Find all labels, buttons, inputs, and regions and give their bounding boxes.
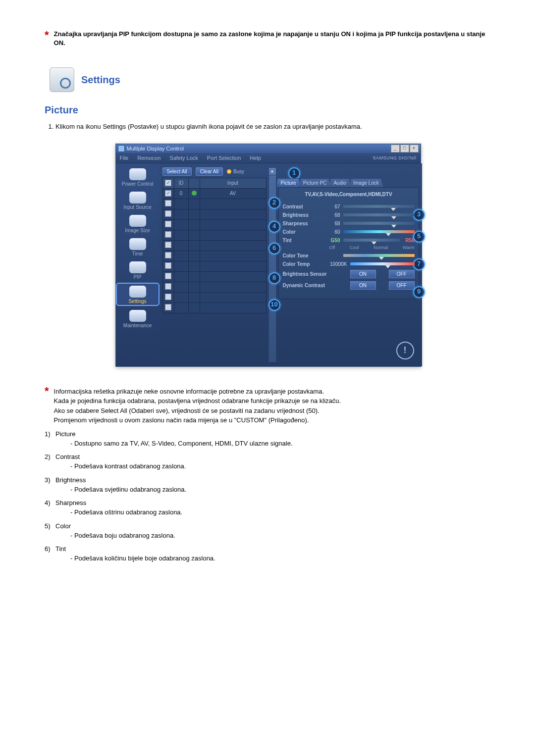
- table-row: [162, 282, 266, 292]
- tint-right: R50: [403, 238, 414, 243]
- minimize-button[interactable]: _: [391, 145, 400, 152]
- colortemp-value: 10000K: [329, 261, 347, 267]
- maximize-button[interactable]: □: [400, 145, 409, 152]
- branding-text: SAMSUNG DIGITall: [373, 155, 416, 160]
- status-dot-icon: [192, 191, 197, 196]
- bsense-label: Brightness Sensor: [283, 271, 337, 277]
- callout-10: 10: [268, 299, 280, 311]
- menu-safetylock[interactable]: Safety Lock: [169, 155, 198, 161]
- sidebar-power-control[interactable]: Power Control: [117, 166, 159, 188]
- table-row: [162, 240, 266, 251]
- item-6: 6) Tint - Podešava količinu bijele boje …: [45, 545, 490, 563]
- tab-audio[interactable]: Audio: [329, 178, 351, 187]
- dyncon-off-button[interactable]: OFF: [389, 281, 415, 290]
- item-1: 1) Picture - Dostupno samo za TV, AV, S-…: [45, 430, 490, 449]
- star-p3: Ako se odabere Select All (Odaberi sve),…: [54, 406, 341, 416]
- colortemp-label: Color Temp: [283, 261, 326, 267]
- star-icon: *: [45, 387, 49, 396]
- item-5: 5) Color - Podešava boju odabranog zaslo…: [45, 522, 490, 541]
- col-id: ID: [174, 178, 188, 188]
- table-row: [162, 271, 266, 282]
- tint-label: Tint: [283, 238, 326, 243]
- callout-2: 2: [268, 197, 280, 209]
- item-3: 3) Brightness - Podešava svjetlinu odabr…: [45, 476, 490, 495]
- brightness-slider[interactable]: [343, 213, 415, 216]
- colortone-slider[interactable]: [343, 254, 415, 257]
- item-4: 4) Sharpness - Podešava oštrinu odabrano…: [45, 499, 490, 517]
- titlebar: Multiple Display Control _ □ ×: [116, 144, 421, 153]
- menu-file[interactable]: File: [120, 155, 129, 161]
- tab-picture[interactable]: Picture: [276, 178, 301, 187]
- color-value: 60: [329, 229, 340, 235]
- sidebar-maintenance[interactable]: Maintenance: [117, 308, 159, 329]
- brightness-value: 68: [329, 212, 340, 218]
- dyncon-label: Dynamic Contrast: [283, 283, 337, 288]
- tone-cool: Cool: [350, 245, 359, 250]
- settings-cube-icon: [50, 67, 74, 92]
- table-row: [162, 302, 266, 313]
- busy-indicator: Busy: [227, 169, 244, 174]
- tone-off: Off: [329, 245, 335, 250]
- contrast-slider[interactable]: [343, 205, 415, 208]
- app-screenshot: Multiple Display Control _ □ × File Remo…: [115, 144, 420, 367]
- tint-slider[interactable]: [343, 239, 401, 242]
- callout-8: 8: [268, 272, 280, 284]
- star-p2: Kada je pojedina funkcija odabrana, post…: [54, 396, 341, 406]
- panel-subtitle: TV,AV,S-Video,Component,HDMI,DTV: [283, 191, 415, 201]
- callout-3: 3: [413, 209, 425, 221]
- menu-portselection[interactable]: Port Selection: [207, 155, 241, 161]
- app-icon: [118, 145, 125, 152]
- sidebar-input-source[interactable]: Input Source: [117, 190, 159, 211]
- table-row[interactable]: 0 AV: [162, 188, 266, 199]
- callout-5: 5: [413, 231, 425, 243]
- sharpness-label: Sharpness: [283, 221, 326, 226]
- bsense-on-button[interactable]: ON: [350, 270, 376, 278]
- select-all-button[interactable]: Select All: [162, 167, 192, 176]
- sidebar-settings[interactable]: Settings: [116, 283, 160, 306]
- table-row: [162, 251, 266, 261]
- alert-icon: !: [396, 342, 414, 359]
- tone-warm: Warm: [403, 245, 415, 250]
- color-slider[interactable]: [343, 230, 415, 233]
- close-button[interactable]: ×: [410, 145, 419, 152]
- star-p1: Informacijska rešetka prikazuje neke osn…: [54, 387, 341, 397]
- table-row: [162, 199, 266, 209]
- clear-all-button[interactable]: Clear All: [196, 167, 223, 176]
- scroll-up-icon[interactable]: ▲: [269, 168, 276, 175]
- sharpness-slider[interactable]: [343, 222, 415, 225]
- row-checkbox[interactable]: [165, 190, 171, 197]
- table-row: [162, 261, 266, 271]
- colortone-label: Color Tone: [283, 253, 326, 258]
- tone-normal: Normal: [374, 245, 388, 250]
- callout-7: 7: [413, 258, 425, 270]
- tab-picture-pc[interactable]: Picture PC: [299, 178, 331, 187]
- star-p4: Promjenom vrijednosti u ovom zaslonu nač…: [54, 415, 341, 425]
- menu-help[interactable]: Help: [250, 155, 261, 161]
- table-row: [162, 219, 266, 230]
- settings-title: Settings: [81, 74, 120, 86]
- dyncon-on-button[interactable]: ON: [350, 281, 376, 290]
- tint-left: G50: [329, 238, 340, 243]
- star-icon: *: [45, 31, 49, 40]
- sidebar: Power Control Input Source Image Size Ti…: [116, 163, 160, 366]
- app-title: Multiple Display Control: [127, 146, 184, 151]
- scrollbar[interactable]: ▲: [268, 167, 276, 362]
- color-label: Color: [283, 229, 326, 235]
- header-checkbox[interactable]: [165, 180, 171, 186]
- sidebar-time[interactable]: Time: [117, 236, 159, 257]
- col-status: [188, 178, 200, 188]
- top-note-text: Značajka upravljanja PIP funkcijom dostu…: [54, 30, 490, 48]
- busy-dot-icon: [227, 169, 231, 174]
- table-row: [162, 230, 266, 240]
- tab-image-lock[interactable]: Image Lock: [349, 178, 383, 187]
- bsense-off-button[interactable]: OFF: [389, 270, 415, 278]
- callout-4: 4: [268, 221, 280, 233]
- sharpness-value: 68: [329, 221, 340, 226]
- callout-6: 6: [268, 243, 280, 254]
- sidebar-pip[interactable]: PIP: [117, 259, 159, 281]
- brightness-label: Brightness: [283, 212, 326, 218]
- contrast-label: Contrast: [283, 204, 326, 209]
- colortemp-slider[interactable]: [350, 262, 415, 265]
- sidebar-image-size[interactable]: Image Size: [117, 213, 159, 234]
- menu-remocon[interactable]: Remocon: [137, 155, 160, 161]
